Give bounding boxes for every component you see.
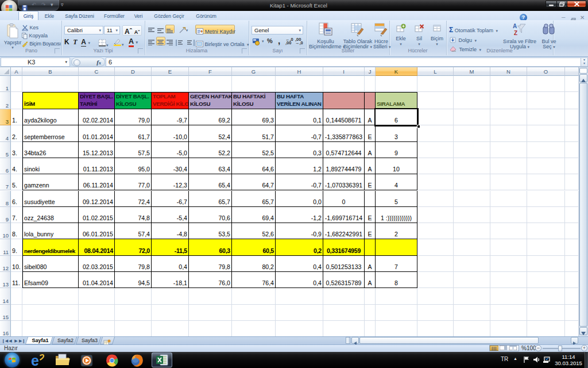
- svg-text:A: A: [513, 23, 517, 29]
- svg-text:Z: Z: [514, 30, 517, 36]
- svg-text:e: e: [31, 353, 39, 367]
